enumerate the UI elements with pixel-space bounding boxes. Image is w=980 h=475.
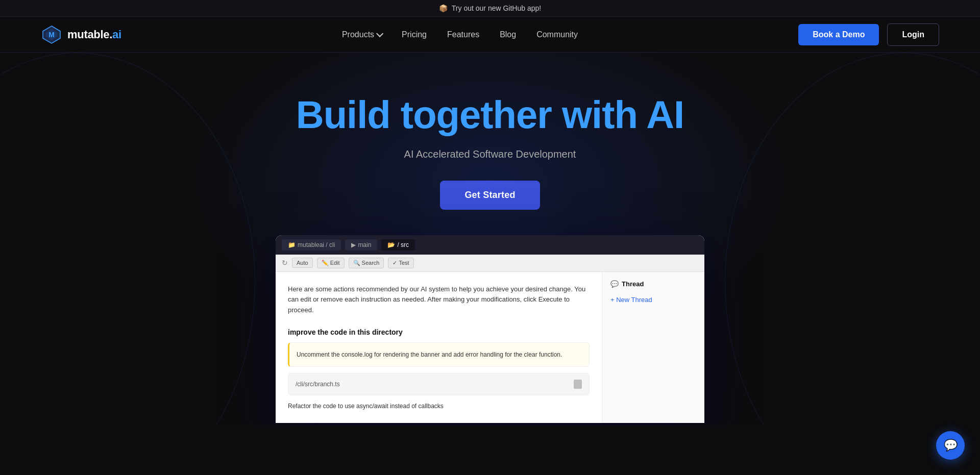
svg-text:M: M: [48, 31, 55, 39]
nav-link-pricing[interactable]: Pricing: [402, 26, 427, 43]
task-header: improve the code in this directory: [288, 328, 590, 336]
screenshot-toolbar: ↻ Auto ✏️ Edit 🔍 Search ✓ Test: [276, 255, 704, 272]
toolbar-btn-edit: ✏️ Edit: [317, 258, 345, 268]
logo-text-ai: ai: [112, 28, 121, 41]
get-started-button[interactable]: Get Started: [440, 181, 540, 210]
logo-icon: M: [41, 24, 62, 45]
arc-left-decoration: [0, 53, 255, 425]
logo[interactable]: M mutable.ai: [41, 24, 121, 45]
file-delete-icon: [574, 380, 582, 389]
screenshot-thread: 💬 Thread + New Thread: [602, 272, 704, 423]
toolbar-btn-test: ✓ Test: [388, 258, 413, 268]
nav-link-community[interactable]: Community: [536, 26, 578, 43]
chat-button[interactable]: 💬: [936, 431, 965, 460]
announcement-text: Try out our new GitHub app!: [452, 4, 541, 12]
nav-link-features[interactable]: Features: [447, 26, 479, 43]
chevron-down-icon: [376, 30, 383, 37]
new-thread-button[interactable]: + New Thread: [610, 296, 696, 304]
tab-src: 📂 / src: [381, 239, 415, 251]
toolbar-btn-auto: Auto: [292, 258, 313, 268]
navbar-center: Products Pricing Features Blog Community: [342, 26, 578, 43]
toolbar-btn-search: 🔍 Search: [349, 258, 384, 268]
chat-icon: 💬: [944, 439, 958, 452]
screenshot-main: Here are some actions recommended by our…: [276, 272, 602, 423]
task-file-name: /cli/src/branch.ts: [296, 381, 340, 388]
hero-title: Build together with AI: [296, 93, 684, 136]
navbar: M mutable.ai Products Pricing Features B…: [0, 17, 980, 53]
tab-mutableai-cli: 📁 mutableai / cli: [282, 239, 341, 251]
hero-subtitle: AI Accelerated Software Development: [404, 148, 576, 160]
nav-link-products[interactable]: Products: [342, 26, 381, 43]
navbar-right: Book a Demo Login: [798, 23, 939, 46]
screenshot-body: Here are some actions recommended by our…: [276, 272, 704, 423]
book-demo-button[interactable]: Book a Demo: [798, 24, 879, 45]
navbar-left: M mutable.ai: [41, 24, 121, 45]
logo-text-main: mutable.: [67, 28, 112, 41]
hero-screenshot: 📁 mutableai / cli ▶ main 📂 / src ↻ Auto …: [276, 235, 704, 423]
github-icon: 📦: [439, 4, 448, 12]
task-card-1-text: Uncomment the console.log for rendering …: [297, 350, 582, 359]
task-card-2-text: Refactor the code to use async/await ins…: [288, 402, 590, 411]
login-button[interactable]: Login: [887, 23, 939, 46]
arc-right-decoration: [725, 53, 980, 425]
hero-section: Build together with AI AI Accelerated So…: [0, 53, 980, 425]
ai-instructions-text: Here are some actions recommended by our…: [288, 284, 590, 316]
task-card-2: /cli/src/branch.ts: [288, 373, 590, 395]
thread-header: 💬 Thread: [610, 280, 696, 288]
logo-text: mutable.ai: [67, 28, 121, 41]
announcement-bar: 📦 Try out our new GitHub app!: [0, 0, 980, 17]
tab-main: ▶ main: [345, 239, 377, 251]
refresh-icon: ↻: [282, 259, 288, 267]
task-card-1: Uncomment the console.log for rendering …: [288, 342, 590, 367]
screenshot-topbar: 📁 mutableai / cli ▶ main 📂 / src: [276, 235, 704, 255]
hero-content: Build together with AI AI Accelerated So…: [296, 93, 684, 210]
nav-link-blog[interactable]: Blog: [500, 26, 516, 43]
